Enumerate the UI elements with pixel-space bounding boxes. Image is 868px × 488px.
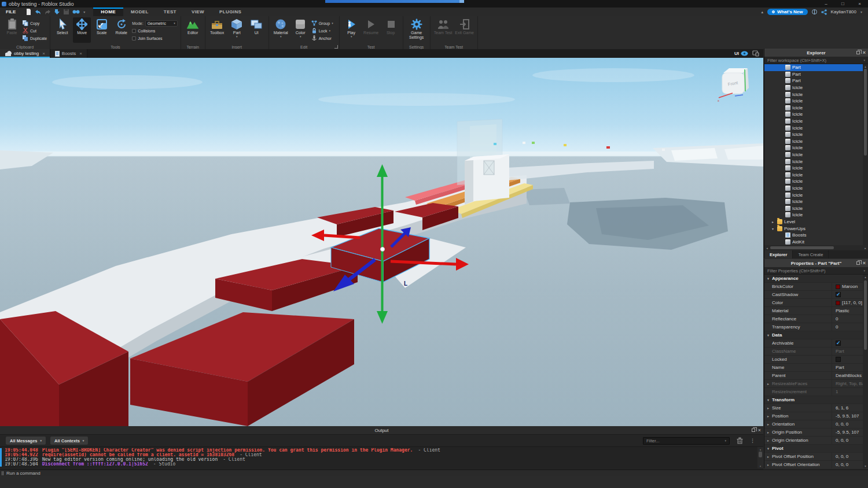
close-button[interactable]: × [851, 0, 868, 8]
property-row[interactable]: Pivot [764, 445, 868, 453]
move-tool-button[interactable]: Move [73, 17, 91, 43]
panel-tab[interactable]: Explorer [764, 250, 793, 258]
expand-chevron-icon[interactable] [764, 333, 772, 337]
scroll-right-icon[interactable]: ▸ [863, 246, 868, 250]
explorer-item[interactable]: Icicle [764, 138, 868, 145]
team-test-button[interactable]: Team Test [433, 17, 453, 43]
explorer-item[interactable]: Icicle [764, 205, 868, 212]
property-row[interactable]: Locked [764, 356, 868, 364]
explorer-item[interactable]: Icicle [764, 118, 868, 125]
scroll-up-icon[interactable]: ▴ [865, 64, 866, 69]
explorer-item[interactable]: AidKit [764, 238, 868, 245]
gizmo-center-handle[interactable] [381, 247, 385, 252]
property-row[interactable]: Parent DeathBlocks [764, 372, 868, 380]
insert-part-button[interactable]: Part ▾ [228, 17, 246, 43]
terrain-editor-button[interactable]: Editor [184, 17, 202, 43]
collisions-checkbox[interactable] [132, 29, 136, 33]
checkbox[interactable] [836, 292, 841, 297]
expand-chevron-icon[interactable] [764, 446, 772, 450]
output-log-line[interactable]: 19:05:44.048Plugin "[SEMI-BROKEN] Charac… [5, 448, 755, 453]
expand-chevron-icon[interactable] [764, 430, 772, 434]
scrollbar-thumb[interactable] [864, 69, 867, 156]
expand-chevron-icon[interactable] [764, 422, 772, 426]
game-settings-button[interactable]: Game Settings [406, 17, 427, 43]
property-row[interactable]: Material Plastic [764, 307, 868, 315]
scroll-left-icon[interactable]: ◂ [764, 246, 770, 250]
explorer-header[interactable]: Explorer × [764, 49, 868, 57]
explorer-item[interactable]: Part [764, 77, 868, 84]
properties-header[interactable]: Properties - Part "Part" × [764, 259, 868, 267]
close-tab-icon[interactable]: × [79, 51, 82, 56]
explorer-filter-input[interactable]: Filter workspace (Ctrl+Shift+X)▾ [764, 57, 868, 64]
explorer-item[interactable]: Icicle [764, 111, 868, 118]
lock-button[interactable]: Lock▾ [311, 27, 333, 34]
insert-icon[interactable] [54, 9, 60, 15]
mode-select[interactable]: Geometric▾ [145, 20, 178, 27]
group-button[interactable]: Group▾ [311, 20, 333, 27]
ribbon-tab[interactable]: PLUGINS [212, 8, 249, 16]
scroll-up-icon[interactable]: ▴ [865, 275, 866, 279]
explorer-item[interactable]: Icicle [764, 185, 868, 192]
exit-game-button[interactable]: Exit Game [455, 17, 475, 43]
explorer-horizontal-scrollbar[interactable]: ◂ ▸ [764, 245, 868, 250]
property-row[interactable]: Data [764, 331, 868, 339]
expand-chevron-icon[interactable] [764, 438, 772, 442]
property-row[interactable]: CastShadow [764, 291, 868, 299]
explorer-item[interactable]: Icicle [764, 145, 868, 151]
gizmo-arrow-down[interactable] [377, 311, 388, 324]
contexts-filter-dropdown[interactable]: All Contexts▾ [50, 437, 88, 445]
explorer-item[interactable]: PowerUps [764, 225, 868, 232]
output-header[interactable]: Output × [0, 426, 763, 434]
dialog-launcher-icon[interactable] [334, 45, 338, 49]
scroll-down-icon[interactable]: ▾ [759, 464, 761, 468]
explorer-vertical-scrollbar[interactable]: ▴ [863, 64, 868, 245]
anchor-button[interactable]: Anchor [311, 35, 333, 42]
ribbon-tab[interactable]: TEST [156, 8, 184, 16]
new-file-icon[interactable] [26, 9, 31, 15]
scrollbar-thumb[interactable] [759, 452, 762, 457]
gizmo-arrow-right[interactable] [456, 258, 469, 271]
property-row[interactable]: Size 6, 1, 6 [764, 404, 868, 412]
property-row[interactable]: Transform [764, 396, 868, 404]
stop-button[interactable]: Stop [382, 17, 400, 43]
close-panel-icon[interactable]: × [863, 259, 866, 267]
explorer-item[interactable]: Icicle [764, 158, 868, 165]
scrollbar-thumb[interactable] [864, 280, 867, 350]
panel-tab[interactable]: Team Create [793, 250, 829, 258]
duplicate-button[interactable]: Duplicate [23, 35, 47, 42]
ribbon-tab[interactable]: MODEL [123, 8, 156, 16]
whats-new-button[interactable]: What's New [767, 9, 808, 15]
rotate-tool-button[interactable]: Rotate [112, 17, 130, 43]
property-row[interactable]: BrickColor Maroon [764, 283, 868, 291]
expand-chevron-icon[interactable] [764, 276, 772, 280]
explorer-item[interactable]: Icicle [764, 191, 868, 198]
explorer-item[interactable]: Icicle [764, 131, 868, 138]
close-tab-icon[interactable]: × [42, 51, 45, 56]
doc-tab[interactable]: obby testing × [0, 49, 50, 58]
cut-button[interactable]: Cut [23, 27, 47, 34]
help-globe-icon[interactable] [812, 9, 817, 14]
explorer-item[interactable]: Icicle [764, 198, 868, 205]
select-tool-button[interactable]: Select [53, 17, 71, 43]
property-row[interactable]: Origin Orientation 0, 0, 0 [764, 437, 868, 445]
property-row[interactable]: ResizeableFaces Right, Top, Back, Left, … [764, 380, 868, 388]
collisions-checkbox-row[interactable]: Collisions [132, 27, 177, 34]
float-panel-icon[interactable] [856, 51, 860, 54]
minimize-button[interactable]: – [818, 0, 834, 8]
expand-chevron-icon[interactable] [764, 414, 772, 418]
ribbon-tab[interactable]: VIEW [184, 8, 212, 16]
command-bar[interactable]: Run a command [0, 469, 868, 476]
toolbox-button[interactable]: Toolbox [208, 17, 226, 43]
collapse-ribbon-icon[interactable]: ▴ [761, 10, 763, 14]
expander-icon[interactable] [770, 220, 775, 224]
output-filter-input[interactable]: Filter...▾ [643, 437, 730, 445]
expand-chevron-icon[interactable] [764, 398, 772, 402]
output-log-line[interactable]: 19:07:48.396New tag editor version comin… [5, 457, 755, 462]
property-row[interactable]: Origin Position -5, 9.5, 107 [764, 428, 868, 437]
explorer-item[interactable]: Icicle [764, 84, 868, 91]
property-row[interactable]: Pivot Offset Orientation 0, 0, 0 [764, 461, 868, 468]
explorer-item[interactable]: Icicle [764, 172, 868, 179]
property-row[interactable]: ClassName Part [764, 347, 868, 356]
expand-chevron-icon[interactable] [764, 406, 772, 410]
properties-filter-input[interactable]: Filter Properties (Ctrl+Shift+P)▾ [764, 267, 868, 275]
